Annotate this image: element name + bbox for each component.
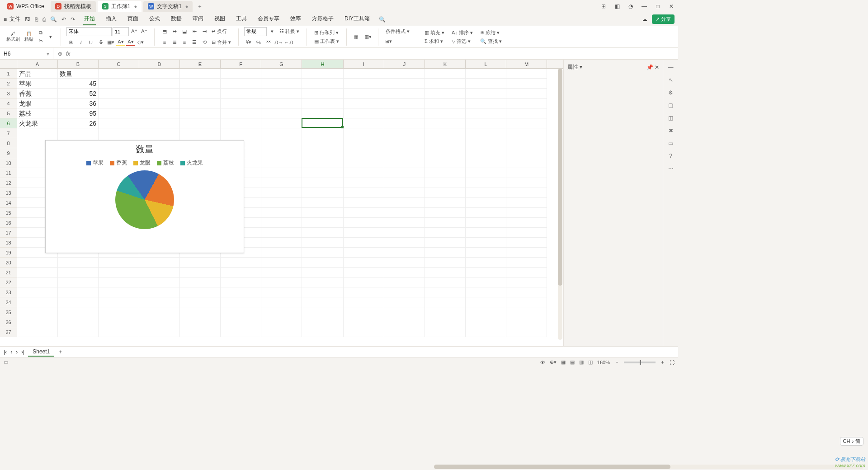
cell[interactable] [221,297,261,307]
cell[interactable] [99,128,139,138]
paste-button[interactable]: 📋粘贴 [23,30,35,43]
cell[interactable]: 95 [58,108,99,118]
cell[interactable] [302,158,344,168]
col-header[interactable]: H [302,60,344,68]
settings-icon[interactable]: ⚙ [668,89,673,96]
cell[interactable] [344,208,384,218]
row-header[interactable]: 22 [0,277,17,287]
cell[interactable] [139,79,180,89]
cell[interactable] [139,307,180,317]
cell[interactable] [425,108,466,118]
cell[interactable] [99,89,139,99]
menu-tab-1[interactable]: 插入 [105,13,118,25]
cell[interactable]: 26 [58,118,99,128]
cell[interactable] [344,218,384,228]
border-icon[interactable]: ▦▾ [106,39,115,46]
row-header[interactable]: 21 [0,268,17,277]
cell[interactable] [180,89,221,99]
font-color-icon[interactable]: A▾ [126,39,135,46]
merge-button[interactable]: ⊟合并▾ [210,38,233,46]
spreadsheet-grid[interactable]: ABCDEFGHIJKLM 1产品数量2苹果453香蕉524龙眼365荔枝956… [0,60,563,346]
row-header[interactable]: 18 [0,238,17,248]
row-header[interactable]: 9 [0,148,17,158]
cell[interactable] [139,69,180,79]
cell[interactable] [384,89,425,99]
view-page-icon[interactable]: ▤ [570,359,575,365]
cell[interactable] [506,168,547,178]
cell[interactable] [384,118,425,128]
cell[interactable] [261,158,302,168]
cell[interactable] [506,118,547,128]
cell[interactable] [180,118,221,128]
menu-tab-2[interactable]: 页面 [127,13,139,25]
cell[interactable] [466,69,506,79]
app-tab[interactable]: W WPS Office [3,1,49,12]
menu-tab-8[interactable]: 会员专享 [257,13,280,25]
cell[interactable] [506,69,547,79]
align-right-icon[interactable]: ≡ [180,39,189,46]
cell[interactable] [344,238,384,248]
increase-font-icon[interactable]: A⁺ [130,28,139,35]
next-sheet-icon[interactable]: › [16,349,18,355]
cell[interactable] [221,258,261,268]
cell[interactable] [180,69,221,79]
table-style-button[interactable]: ▦ [352,33,360,40]
panel3-icon[interactable]: ▭ [668,140,673,146]
align-top-icon[interactable]: ⬒ [160,28,169,35]
cell[interactable] [425,178,466,188]
menu-tab-11[interactable]: DIY工具箱 [344,13,371,25]
cell[interactable] [17,287,58,297]
cell[interactable] [302,138,344,148]
doc-tab[interactable]: W 文字文稿1 ● [143,1,193,12]
cell[interactable] [506,208,547,218]
fx-label[interactable]: fx [66,51,70,57]
close-button[interactable]: ✕ [667,3,675,9]
cell[interactable] [425,208,466,218]
row-header[interactable]: 24 [0,297,17,307]
cell[interactable] [302,258,344,268]
cell[interactable] [58,268,99,277]
row-header[interactable]: 26 [0,317,17,327]
row-header[interactable]: 8 [0,138,17,148]
cell[interactable] [221,327,261,337]
cell[interactable] [384,128,425,138]
cell[interactable] [344,258,384,268]
cell[interactable] [302,208,344,218]
cell[interactable] [384,198,425,208]
row-header[interactable]: 17 [0,228,17,238]
col-header[interactable]: A [17,60,58,68]
cell[interactable]: 45 [58,79,99,89]
cell[interactable] [302,178,344,188]
cell[interactable] [466,327,506,337]
cell[interactable] [425,168,466,178]
cell[interactable] [221,317,261,327]
indent-increase-icon[interactable]: ⇥ [200,28,209,35]
cell[interactable] [384,158,425,168]
cell[interactable] [506,307,547,317]
col-header[interactable]: K [425,60,466,68]
formula-input[interactable] [75,48,678,59]
add-sheet-icon[interactable]: ＋ [58,348,63,356]
decrease-decimal-icon[interactable]: ←.0 [284,39,293,46]
cell[interactable] [344,178,384,188]
cell[interactable] [384,99,425,108]
row-header[interactable]: 27 [0,327,17,337]
cell[interactable] [344,277,384,287]
cell[interactable] [180,287,221,297]
cell[interactable] [425,297,466,307]
cell[interactable] [99,258,139,268]
zoom-fx-icon[interactable]: ⊕ [58,51,62,57]
cell[interactable] [261,248,302,258]
pin-icon[interactable]: 📌 [646,64,653,70]
cell[interactable] [302,277,344,287]
cell[interactable] [344,168,384,178]
cell[interactable] [506,238,547,248]
cell[interactable]: 36 [58,99,99,108]
cell[interactable] [180,277,221,287]
cell[interactable] [99,69,139,79]
row-header[interactable]: 2 [0,79,17,89]
currency-icon[interactable]: ¥▾ [244,39,253,46]
cell[interactable] [344,89,384,99]
cell[interactable] [425,89,466,99]
cell[interactable] [261,108,302,118]
